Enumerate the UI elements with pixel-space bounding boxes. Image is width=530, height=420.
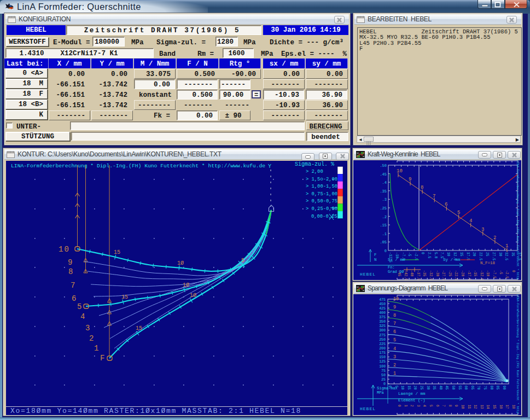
svg-text:HEBEL: HEBEL	[360, 272, 376, 277]
svg-text:1Ø: 1Ø	[183, 282, 189, 288]
svg-text:.15: .15	[380, 223, 387, 228]
svg-text:9: 9	[409, 177, 411, 182]
svg-text:20: 20	[413, 386, 417, 390]
svg-text:450: 450	[379, 302, 386, 306]
svg-text:10: 10	[446, 252, 450, 256]
svg-text:25: 25	[420, 386, 423, 390]
svg-text:15: 15	[407, 386, 411, 390]
svg-text:5: 5	[241, 258, 244, 264]
svg-text:7: 7	[433, 194, 435, 199]
svg-text:5.0: 5.0	[434, 252, 438, 259]
svg-text:40: 40	[439, 386, 442, 390]
svg-text:6: 6	[435, 405, 439, 407]
svg-text:15: 15	[459, 252, 463, 256]
svg-text:17.5: 17.5	[466, 252, 470, 260]
svg-text:6: 6	[393, 329, 396, 335]
svg-text:85: 85	[496, 386, 499, 390]
svg-text:9: 9	[454, 405, 458, 407]
svg-text:225: 225	[379, 342, 386, 346]
svg-text:10: 10	[400, 386, 404, 390]
svg-text:Laenge / mm: Laenge / mm	[398, 392, 426, 396]
svg-text:LINA-Formfederberechnung * Dip: LINA-Formfederberechnung * Dipl.-Ing.(FH…	[516, 294, 520, 415]
svg-text:80: 80	[490, 386, 493, 390]
svg-text:4: 4	[393, 346, 396, 352]
svg-text:0: 0	[397, 405, 401, 407]
svg-text:60: 60	[464, 386, 468, 390]
svg-text:45: 45	[445, 386, 449, 390]
svg-text:250: 250	[379, 338, 386, 342]
svg-text:Fn:: Fn:	[388, 265, 395, 270]
svg-text:-2.5: -2.5	[505, 270, 509, 278]
svg-text:LINA-Formfederberechnung * Dip: LINA-Formfederberechnung * Dipl.-Ing.(FH…	[11, 163, 265, 169]
svg-text:0: 0	[421, 252, 424, 254]
svg-text:Sigma-zul. %: Sigma-zul. %	[295, 161, 334, 167]
svg-text:5: 5	[457, 210, 460, 215]
svg-text:3: 3	[85, 324, 91, 332]
svg-text:12: 12	[473, 405, 477, 409]
svg-text:5: 5	[77, 302, 83, 311]
svg-text:5: 5	[393, 337, 396, 343]
svg-text:4: 4	[469, 218, 472, 224]
svg-text:5: 5	[429, 405, 433, 407]
svg-text:F: F	[374, 253, 377, 257]
svg-text:.1: .1	[382, 232, 387, 236]
svg-text:4: 4	[80, 312, 86, 321]
svg-text:14: 14	[486, 405, 490, 409]
svg-text:8: 8	[448, 405, 452, 407]
svg-text:10: 10	[397, 168, 403, 174]
svg-text:25: 25	[485, 252, 489, 256]
svg-text:.3: .3	[382, 197, 387, 202]
svg-text:LINA-Formfederberechnung * Dip: LINA-Formfederberechnung * Dipl.-Ing.(FH…	[516, 160, 520, 280]
svg-text:100: 100	[379, 365, 386, 369]
svg-text:3: 3	[481, 227, 484, 232]
svg-text:1Ø: 1Ø	[177, 260, 184, 266]
svg-text:Xo=18Ømm Yo=14Ømm RASTER:1Øx1Ø: Xo=18Ømm Yo=14Ømm RASTER:1Øx1Ømm MASSTAB…	[10, 407, 301, 415]
svg-text:-45: -45	[397, 270, 401, 277]
svg-text:17: 17	[505, 405, 509, 409]
svg-text:35: 35	[511, 252, 515, 256]
svg-text:0: 0	[385, 249, 387, 253]
svg-text:-30: -30	[435, 270, 439, 277]
svg-text:-35: -35	[422, 270, 426, 277]
svg-text:15: 15	[121, 294, 128, 300]
svg-text:175: 175	[379, 351, 386, 355]
svg-text:-25: -25	[448, 270, 452, 277]
svg-text:.4: .4	[382, 180, 387, 185]
svg-text:-37.5: -37.5	[416, 270, 420, 280]
svg-text:125: 125	[379, 360, 386, 364]
svg-text:15: 15	[114, 249, 120, 255]
svg-text:8: 8	[421, 185, 423, 190]
svg-text:Element (-): Element (-)	[398, 398, 426, 402]
svg-text:4: 4	[422, 405, 426, 407]
svg-text:6: 6	[445, 202, 447, 207]
svg-text:27.5: 27.5	[492, 252, 496, 260]
svg-text:8: 8	[68, 267, 74, 276]
svg-text:32.5: 32.5	[504, 252, 508, 260]
svg-text:6: 6	[72, 294, 77, 303]
svg-text:20: 20	[472, 252, 476, 256]
svg-text:.50: .50	[380, 164, 387, 168]
svg-text:475: 475	[379, 298, 386, 302]
svg-text:50: 50	[381, 374, 386, 377]
svg-text:400: 400	[379, 311, 386, 315]
svg-text:1: 1	[94, 344, 100, 353]
svg-text:1: 1	[393, 371, 396, 376]
svg-text:1: 1	[505, 243, 508, 249]
svg-text:-5: -5	[499, 270, 503, 275]
svg-text:> 0,75-1,00: > 0,75-1,00	[306, 191, 337, 197]
svg-text:10: 10	[393, 296, 399, 302]
svg-text:-32.5: -32.5	[429, 270, 433, 280]
svg-text:-5: -5	[407, 252, 411, 256]
svg-text:275: 275	[379, 334, 386, 337]
svg-text:10: 10	[461, 405, 464, 409]
svg-text:HEBEL: HEBEL	[360, 406, 376, 411]
svg-text:325: 325	[379, 324, 386, 328]
svg-text:18: 18	[511, 405, 515, 409]
svg-text:-7.5: -7.5	[492, 270, 496, 278]
svg-text:200: 200	[379, 347, 386, 351]
svg-text:-15: -15	[473, 270, 477, 277]
svg-text:-42.5: -42.5	[404, 270, 407, 280]
svg-text:8: 8	[393, 313, 396, 318]
svg-text:300: 300	[379, 329, 386, 332]
svg-text:Sigma-max: Sigma-max	[377, 386, 398, 390]
